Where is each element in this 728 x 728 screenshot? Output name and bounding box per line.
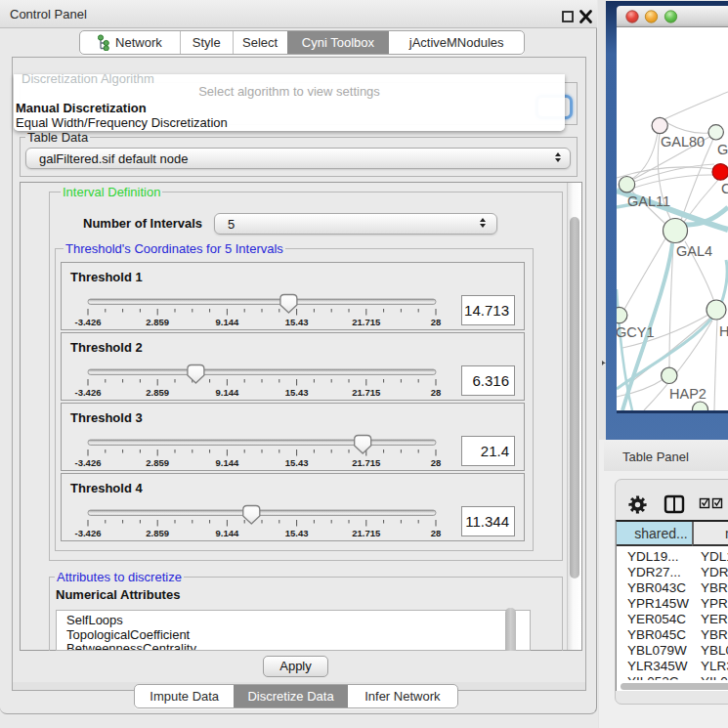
svg-text:28: 28: [431, 457, 442, 468]
svg-text:2.859: 2.859: [146, 317, 169, 327]
svg-text:15.43: 15.43: [285, 317, 309, 327]
svg-text:2.859: 2.859: [146, 387, 169, 398]
svg-text:GAL4: GAL4: [676, 243, 712, 259]
svg-text:15.43: 15.43: [285, 528, 309, 538]
svg-text:2.859: 2.859: [146, 528, 169, 538]
svg-text:-3.426: -3.426: [75, 528, 102, 538]
svg-text:CA: CA: [721, 181, 728, 196]
svg-text:15.43: 15.43: [285, 457, 309, 468]
svg-text:GCY1: GCY1: [617, 324, 655, 340]
svg-text:2.859: 2.859: [146, 457, 169, 468]
svg-text:21.715: 21.715: [352, 457, 381, 468]
svg-text:21.715: 21.715: [352, 387, 381, 398]
svg-text:28: 28: [431, 528, 442, 538]
svg-text:-3.426: -3.426: [75, 317, 102, 327]
svg-text:28: 28: [431, 387, 442, 398]
svg-text:-3.426: -3.426: [75, 457, 102, 468]
svg-text:21.715: 21.715: [352, 528, 381, 538]
svg-text:28: 28: [431, 317, 442, 327]
svg-text:9.144: 9.144: [216, 528, 239, 538]
svg-text:15.43: 15.43: [285, 387, 309, 398]
svg-text:-3.426: -3.426: [75, 387, 102, 398]
svg-text:HAP2: HAP2: [669, 386, 707, 402]
svg-text:GA: GA: [717, 142, 728, 157]
svg-text:HA: HA: [719, 323, 728, 339]
svg-text:GAL80: GAL80: [661, 134, 705, 150]
svg-text:9.144: 9.144: [216, 387, 239, 398]
svg-text:21.715: 21.715: [352, 317, 381, 327]
svg-text:9.144: 9.144: [216, 457, 239, 468]
svg-text:GAL11: GAL11: [627, 193, 670, 209]
svg-text:9.144: 9.144: [216, 317, 239, 327]
